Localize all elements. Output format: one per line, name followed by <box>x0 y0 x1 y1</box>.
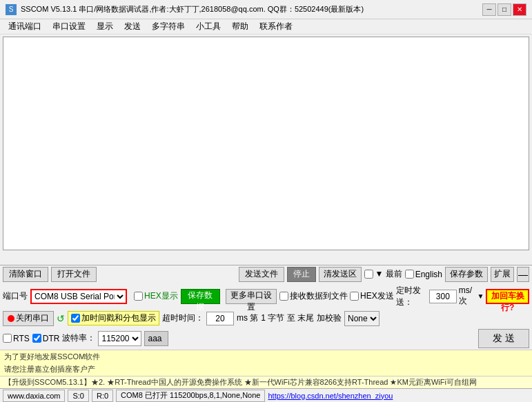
port-label: 端口号 <box>3 290 28 302</box>
timed-value-input[interactable]: 300 <box>429 290 457 303</box>
refresh-icon[interactable]: ↺ <box>57 313 65 324</box>
info-row-2: 请您注册嘉立创插座客户产 <box>0 363 532 375</box>
timeout-input[interactable] <box>206 312 234 325</box>
send-button[interactable]: 发 送 <box>478 329 529 348</box>
menu-send[interactable]: 发送 <box>119 19 146 34</box>
english-checkbox[interactable] <box>405 270 414 279</box>
hex-display-label: HEX显示 <box>134 290 178 302</box>
hex-send-checkbox[interactable] <box>350 292 359 301</box>
menu-port-settings[interactable]: 串口设置 <box>47 19 91 34</box>
status-bar: www.daxia.com S:0 R:0 COM8 已打开 115200bps… <box>0 388 532 402</box>
baud-select[interactable]: 115200 9600 19200 38400 57600 230400 <box>98 331 141 346</box>
timing-area: 加时间戳和分包显示 <box>68 311 159 325</box>
port-control-row: 关闭串口 ↺ 加时间戳和分包显示 超时时间： ms 第 1 字节 至 末尾 加校… <box>0 310 532 328</box>
menu-tools[interactable]: 小工具 <box>190 19 226 34</box>
last-checkbox-label: ▼ 最前 <box>364 268 402 280</box>
timing-checkbox-label: 加时间戳和分包显示 <box>71 312 156 324</box>
hex-send-label: HEX发送 <box>350 290 394 302</box>
toolbar-row: 清除窗口 打开文件 发送文件 停止 清发送区 ▼ 最前 English 保存参数… <box>0 265 532 283</box>
dtr-label: DTR <box>32 334 60 343</box>
maximize-button[interactable]: □ <box>497 3 511 16</box>
menu-bar: 通讯端口 串口设置 显示 发送 多字符串 小工具 帮助 联系作者 <box>0 19 532 34</box>
dtr-checkbox[interactable] <box>32 334 41 343</box>
app-icon: S <box>6 4 17 15</box>
menu-contact[interactable]: 联系作者 <box>254 19 298 34</box>
receive-to-file-checkbox[interactable] <box>279 292 288 301</box>
blog-link[interactable]: https://blog.csdn.net/shenzhen_ziyou <box>268 392 393 400</box>
minimize-button[interactable]: ─ <box>482 3 496 16</box>
baud-row: RTS DTR 波特率： 115200 9600 19200 38400 576… <box>0 328 532 350</box>
menu-help[interactable]: 帮助 <box>226 19 254 34</box>
red-circle-icon <box>8 315 14 322</box>
receive-to-file-label: 接收数据到文件 <box>279 290 348 302</box>
timing-checkbox[interactable] <box>71 314 80 323</box>
close-port-button[interactable]: 关闭串口 <box>3 311 54 326</box>
send-file-button[interactable]: 发送文件 <box>239 267 284 282</box>
hex-display-checkbox[interactable] <box>134 292 143 301</box>
check-select[interactable]: None <box>344 311 380 326</box>
website-status: www.daxia.com <box>3 390 65 402</box>
title-buttons: ─ □ ✕ <box>482 3 526 16</box>
title-text: SSCOM V5.13.1 串口/网络数据调试器,作者:大虾丁丁,2618058… <box>21 4 482 14</box>
port-config-row: 端口号 COM8 USB Serial Port HEX显示 保存数据 更多串口… <box>0 283 532 310</box>
info-row-3: 【升级到SSCOM5.13.1】★2. ★RT-Thread中国人的开源免费操作… <box>0 376 532 388</box>
clear-send-button[interactable]: 清发送区 <box>319 267 362 282</box>
info-row-1: 为了更好地发展SSCOM软件 <box>0 350 532 363</box>
open-file-button[interactable]: 打开文件 <box>51 267 97 282</box>
rts-checkbox[interactable] <box>3 334 12 343</box>
english-checkbox-label: English <box>405 270 442 279</box>
check-label: 加校验 <box>317 312 342 324</box>
menu-multistring[interactable]: 多字符串 <box>146 19 190 34</box>
stop-button[interactable]: 停止 <box>287 267 316 282</box>
menu-display[interactable]: 显示 <box>91 19 119 34</box>
more-port-label: 更多串口设置 <box>226 289 277 304</box>
menu-comm-port[interactable]: 通讯端口 <box>3 19 47 34</box>
port-status: COM8 已打开 115200bps,8,1,None,None <box>116 390 265 402</box>
rts-label: RTS <box>3 334 30 343</box>
add-return-button[interactable]: 加回车换行? <box>486 289 529 304</box>
main-display-area <box>3 37 529 250</box>
ms-label: ms/次 <box>459 285 475 307</box>
save-param-button[interactable]: 保存参数 <box>445 267 488 282</box>
rts-dtr-area: RTS DTR <box>3 334 59 343</box>
clear-window-button[interactable]: 清除窗口 <box>3 267 48 282</box>
dropdown-arrow-icon: ▼ <box>477 292 484 300</box>
port-select[interactable]: COM8 USB Serial Port <box>30 289 127 304</box>
save-data-button[interactable]: 保存数据 <box>181 289 220 304</box>
r-status: R:0 <box>92 390 113 402</box>
s-status: S:0 <box>68 390 89 402</box>
expand-button[interactable]: 扩展 <box>491 267 514 282</box>
last-checkbox[interactable] <box>364 270 373 279</box>
bottom-controls: 清除窗口 打开文件 发送文件 停止 清发送区 ▼ 最前 English 保存参数… <box>0 265 532 402</box>
toolbar-right: 发送文件 停止 清发送区 ▼ 最前 English 保存参数 扩展 — <box>239 267 529 282</box>
hex-display-area: HEX显示 <box>134 290 178 302</box>
close-button[interactable]: ✕ <box>513 3 526 16</box>
more-port-button[interactable]: 更多串口设置 <box>226 289 277 304</box>
title-bar: S SSCOM V5.13.1 串口/网络数据调试器,作者:大虾丁丁,26180… <box>0 0 532 19</box>
hex-display-text: HEX显示 <box>144 290 178 302</box>
hex-send-area: 接收数据到文件 HEX发送 定时发送： 300 ms/次 ▼ 加回车换行? <box>279 285 529 308</box>
send-text-input[interactable] <box>144 331 168 346</box>
minus-button[interactable]: — <box>517 267 529 282</box>
